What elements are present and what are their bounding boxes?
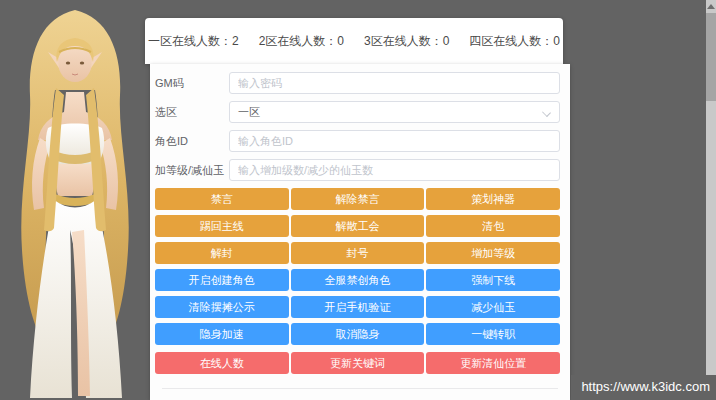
field-zone-select: 选区 一区 [155, 101, 560, 123]
button-row-3: 解封 封号 增加等级 [155, 242, 560, 264]
scrollbar[interactable] [706, 0, 716, 400]
online-count-zone3: 3区在线人数：0 [364, 33, 449, 50]
role-id-input[interactable] [229, 130, 560, 152]
field-level-jade: 加等级/减仙玉 [155, 159, 560, 181]
role-id-label: 角色ID [155, 134, 229, 149]
btn-update-keywords[interactable]: 更新关键词 [291, 352, 425, 374]
button-row-2: 踢回主线 解散工会 清包 [155, 215, 560, 237]
btn-online-count[interactable]: 在线人数 [155, 352, 289, 374]
zone-select-label: 选区 [155, 105, 229, 120]
btn-clear-bag[interactable]: 清包 [426, 215, 560, 237]
gm-panel: GM码 选区 一区 角色ID 加等级/减仙玉 禁言 解除禁言 策划神器 踢回主线… [150, 64, 570, 400]
button-row-6: 隐身加速 取消隐身 一键转职 [155, 323, 560, 345]
level-jade-label: 加等级/减仙玉 [155, 163, 229, 178]
btn-kick-to-main[interactable]: 踢回主线 [155, 215, 289, 237]
btn-disband-guild[interactable]: 解散工会 [291, 215, 425, 237]
btn-ban-account[interactable]: 封号 [291, 242, 425, 264]
gm-code-label: GM码 [155, 76, 229, 91]
btn-clear-stall-notice[interactable]: 清除摆摊公示 [155, 296, 289, 318]
scroll-up-icon[interactable] [706, 0, 716, 12]
btn-add-level[interactable]: 增加等级 [426, 242, 560, 264]
btn-reduce-jade[interactable]: 减少仙玉 [426, 296, 560, 318]
btn-unmute[interactable]: 解除禁言 [291, 188, 425, 210]
zone-select[interactable]: 一区 [229, 101, 560, 123]
field-role-id: 角色ID [155, 130, 560, 152]
online-count-zone4: 四区在线人数：0 [469, 33, 560, 50]
button-row-5: 清除摆摊公示 开启手机验证 减少仙玉 [155, 296, 560, 318]
gm-code-input[interactable] [229, 72, 560, 94]
btn-one-key-class-change[interactable]: 一键转职 [426, 323, 560, 345]
btn-update-qingxian-position[interactable]: 更新清仙位置 [426, 352, 560, 374]
zone-select-value: 一区 [238, 105, 260, 120]
button-row-4: 开启创建角色 全服禁创角色 强制下线 [155, 269, 560, 291]
btn-planner-tool[interactable]: 策划神器 [426, 188, 560, 210]
button-row-7: 在线人数 更新关键词 更新清仙位置 [155, 352, 560, 374]
field-gm-code: GM码 [155, 72, 560, 94]
btn-mute[interactable]: 禁言 [155, 188, 289, 210]
btn-stealth-speed[interactable]: 隐身加速 [155, 323, 289, 345]
online-count-bar: 一区在线人数：2 2区在线人数：0 3区在线人数：0 四区在线人数：0 [145, 18, 563, 64]
elf-girl-illustration [0, 0, 150, 400]
level-jade-input[interactable] [229, 159, 560, 181]
btn-enable-create-role[interactable]: 开启创建角色 [155, 269, 289, 291]
btn-cancel-stealth[interactable]: 取消隐身 [291, 323, 425, 345]
online-count-zone2: 2区在线人数：0 [259, 33, 344, 50]
character-image [0, 0, 150, 400]
button-row-1: 禁言 解除禁言 策划神器 [155, 188, 560, 210]
section-divider [162, 388, 558, 389]
scrollbar-thumb[interactable] [706, 13, 716, 101]
watermark: https://www.k3idc.com [571, 375, 716, 400]
chevron-down-icon [542, 108, 551, 117]
online-count-zone1: 一区在线人数：2 [148, 33, 239, 50]
btn-enable-phone-verify[interactable]: 开启手机验证 [291, 296, 425, 318]
btn-force-offline[interactable]: 强制下线 [426, 269, 560, 291]
btn-ban-create-role-all[interactable]: 全服禁创角色 [291, 269, 425, 291]
btn-unban[interactable]: 解封 [155, 242, 289, 264]
